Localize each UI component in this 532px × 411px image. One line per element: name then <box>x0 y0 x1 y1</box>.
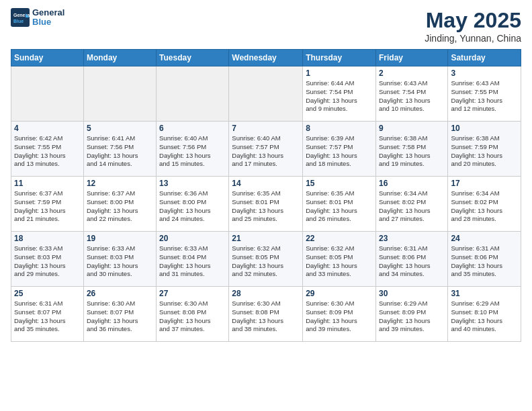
day-number: 18 <box>14 234 81 243</box>
day-number: 4 <box>14 124 81 133</box>
day-number: 15 <box>306 179 373 188</box>
calendar-day-cell: 16Sunrise: 6:34 AM Sunset: 8:02 PM Dayli… <box>375 177 447 232</box>
day-number: 26 <box>87 289 153 298</box>
day-number: 3 <box>451 68 518 78</box>
day-number: 13 <box>159 179 226 188</box>
day-info: Sunrise: 6:30 AM Sunset: 8:09 PM Dayligh… <box>306 300 373 334</box>
calendar-header-cell: Friday <box>375 50 447 66</box>
day-info: Sunrise: 6:30 AM Sunset: 8:08 PM Dayligh… <box>232 300 300 334</box>
day-info: Sunrise: 6:37 AM Sunset: 8:00 PM Dayligh… <box>87 189 153 224</box>
calendar-day-cell: 19Sunrise: 6:33 AM Sunset: 8:03 PM Dayli… <box>83 232 156 287</box>
day-number: 17 <box>451 179 518 188</box>
logo-line1: General <box>32 8 64 17</box>
day-info: Sunrise: 6:43 AM Sunset: 7:54 PM Dayligh… <box>379 79 445 113</box>
logo-icon: General Blue <box>11 8 30 27</box>
day-number: 21 <box>232 234 300 243</box>
calendar-day-cell: 29Sunrise: 6:30 AM Sunset: 8:09 PM Dayli… <box>303 287 376 342</box>
day-info: Sunrise: 6:30 AM Sunset: 8:08 PM Dayligh… <box>159 300 226 334</box>
calendar-day-cell: 2Sunrise: 6:43 AM Sunset: 7:54 PM Daylig… <box>375 66 447 122</box>
day-info: Sunrise: 6:36 AM Sunset: 8:00 PM Dayligh… <box>159 189 226 224</box>
calendar-day-cell: 11Sunrise: 6:37 AM Sunset: 7:59 PM Dayli… <box>11 177 84 232</box>
calendar-day-cell <box>11 66 84 122</box>
day-info: Sunrise: 6:32 AM Sunset: 8:05 PM Dayligh… <box>306 244 373 279</box>
calendar-day-cell: 17Sunrise: 6:34 AM Sunset: 8:02 PM Dayli… <box>448 177 521 232</box>
calendar-day-cell: 15Sunrise: 6:35 AM Sunset: 8:01 PM Dayli… <box>303 177 376 232</box>
day-number: 11 <box>14 179 81 188</box>
calendar-day-cell: 5Sunrise: 6:41 AM Sunset: 7:56 PM Daylig… <box>83 122 156 177</box>
day-info: Sunrise: 6:33 AM Sunset: 8:03 PM Dayligh… <box>14 244 81 279</box>
calendar-week-row: 25Sunrise: 6:31 AM Sunset: 8:07 PM Dayli… <box>11 287 521 342</box>
calendar-day-cell: 30Sunrise: 6:29 AM Sunset: 8:09 PM Dayli… <box>375 287 447 342</box>
location: Jinding, Yunnan, China <box>425 33 521 44</box>
calendar-header-cell: Sunday <box>11 50 84 66</box>
day-info: Sunrise: 6:31 AM Sunset: 8:06 PM Dayligh… <box>379 244 445 279</box>
day-info: Sunrise: 6:35 AM Sunset: 8:01 PM Dayligh… <box>306 189 373 224</box>
calendar-header-cell: Wednesday <box>229 50 303 66</box>
calendar-day-cell: 3Sunrise: 6:43 AM Sunset: 7:55 PM Daylig… <box>448 66 521 122</box>
day-info: Sunrise: 6:32 AM Sunset: 8:05 PM Dayligh… <box>232 244 300 279</box>
calendar-day-cell: 24Sunrise: 6:31 AM Sunset: 8:06 PM Dayli… <box>448 232 521 287</box>
day-info: Sunrise: 6:41 AM Sunset: 7:56 PM Dayligh… <box>87 134 153 169</box>
calendar-week-row: 1Sunrise: 6:44 AM Sunset: 7:54 PM Daylig… <box>11 66 521 122</box>
calendar-week-row: 11Sunrise: 6:37 AM Sunset: 7:59 PM Dayli… <box>11 177 521 232</box>
day-info: Sunrise: 6:34 AM Sunset: 8:02 PM Dayligh… <box>451 189 518 224</box>
page: General Blue General Blue May 2025 Jindi… <box>0 0 532 411</box>
day-number: 16 <box>379 179 445 188</box>
calendar-day-cell: 7Sunrise: 6:40 AM Sunset: 7:57 PM Daylig… <box>229 122 303 177</box>
calendar-day-cell: 22Sunrise: 6:32 AM Sunset: 8:05 PM Dayli… <box>303 232 376 287</box>
calendar-week-row: 4Sunrise: 6:42 AM Sunset: 7:55 PM Daylig… <box>11 122 521 177</box>
day-number: 8 <box>306 124 373 133</box>
day-info: Sunrise: 6:29 AM Sunset: 8:10 PM Dayligh… <box>451 300 518 334</box>
day-info: Sunrise: 6:30 AM Sunset: 8:07 PM Dayligh… <box>87 300 153 334</box>
calendar-day-cell: 1Sunrise: 6:44 AM Sunset: 7:54 PM Daylig… <box>303 66 376 122</box>
calendar-header-cell: Thursday <box>303 50 376 66</box>
calendar-day-cell: 26Sunrise: 6:30 AM Sunset: 8:07 PM Dayli… <box>83 287 156 342</box>
day-info: Sunrise: 6:31 AM Sunset: 8:06 PM Dayligh… <box>451 244 518 279</box>
day-info: Sunrise: 6:33 AM Sunset: 8:03 PM Dayligh… <box>87 244 153 279</box>
calendar-day-cell: 27Sunrise: 6:30 AM Sunset: 8:08 PM Dayli… <box>157 287 229 342</box>
day-number: 7 <box>232 124 300 133</box>
day-number: 22 <box>306 234 373 243</box>
calendar-day-cell: 12Sunrise: 6:37 AM Sunset: 8:00 PM Dayli… <box>83 177 156 232</box>
calendar-day-cell <box>83 66 156 122</box>
calendar-header-row: SundayMondayTuesdayWednesdayThursdayFrid… <box>11 50 521 66</box>
day-number: 28 <box>232 289 300 298</box>
calendar-day-cell: 28Sunrise: 6:30 AM Sunset: 8:08 PM Dayli… <box>229 287 303 342</box>
day-number: 10 <box>451 124 518 133</box>
calendar-day-cell: 9Sunrise: 6:38 AM Sunset: 7:58 PM Daylig… <box>375 122 447 177</box>
day-number: 14 <box>232 179 300 188</box>
calendar-week-row: 18Sunrise: 6:33 AM Sunset: 8:03 PM Dayli… <box>11 232 521 287</box>
day-number: 19 <box>87 234 153 243</box>
svg-text:Blue: Blue <box>13 19 24 24</box>
calendar-day-cell: 31Sunrise: 6:29 AM Sunset: 8:10 PM Dayli… <box>448 287 521 342</box>
calendar-day-cell <box>229 66 303 122</box>
calendar-day-cell: 8Sunrise: 6:39 AM Sunset: 7:57 PM Daylig… <box>303 122 376 177</box>
day-number: 25 <box>14 289 81 298</box>
calendar-day-cell: 10Sunrise: 6:38 AM Sunset: 7:59 PM Dayli… <box>448 122 521 177</box>
calendar-day-cell: 20Sunrise: 6:33 AM Sunset: 8:04 PM Dayli… <box>157 232 229 287</box>
day-number: 5 <box>87 124 153 133</box>
day-number: 29 <box>306 289 373 298</box>
day-info: Sunrise: 6:40 AM Sunset: 7:56 PM Dayligh… <box>159 134 226 169</box>
title-block: May 2025 Jinding, Yunnan, China <box>425 8 521 44</box>
day-number: 20 <box>159 234 226 243</box>
day-number: 27 <box>159 289 226 298</box>
day-number: 24 <box>451 234 518 243</box>
calendar-header-cell: Tuesday <box>157 50 229 66</box>
calendar-header-cell: Monday <box>83 50 156 66</box>
month-title: May 2025 <box>425 8 521 33</box>
calendar-day-cell: 14Sunrise: 6:35 AM Sunset: 8:01 PM Dayli… <box>229 177 303 232</box>
day-info: Sunrise: 6:44 AM Sunset: 7:54 PM Dayligh… <box>306 79 373 113</box>
day-info: Sunrise: 6:35 AM Sunset: 8:01 PM Dayligh… <box>232 189 300 224</box>
calendar-day-cell: 21Sunrise: 6:32 AM Sunset: 8:05 PM Dayli… <box>229 232 303 287</box>
day-number: 9 <box>379 124 445 133</box>
day-info: Sunrise: 6:38 AM Sunset: 7:58 PM Dayligh… <box>379 134 445 169</box>
calendar-table: SundayMondayTuesdayWednesdayThursdayFrid… <box>11 49 521 342</box>
calendar-day-cell <box>157 66 229 122</box>
day-info: Sunrise: 6:37 AM Sunset: 7:59 PM Dayligh… <box>14 189 81 224</box>
day-info: Sunrise: 6:29 AM Sunset: 8:09 PM Dayligh… <box>379 300 445 334</box>
logo: General Blue General Blue <box>11 8 64 28</box>
day-number: 2 <box>379 68 445 78</box>
day-info: Sunrise: 6:42 AM Sunset: 7:55 PM Dayligh… <box>14 134 81 169</box>
day-info: Sunrise: 6:38 AM Sunset: 7:59 PM Dayligh… <box>451 134 518 169</box>
